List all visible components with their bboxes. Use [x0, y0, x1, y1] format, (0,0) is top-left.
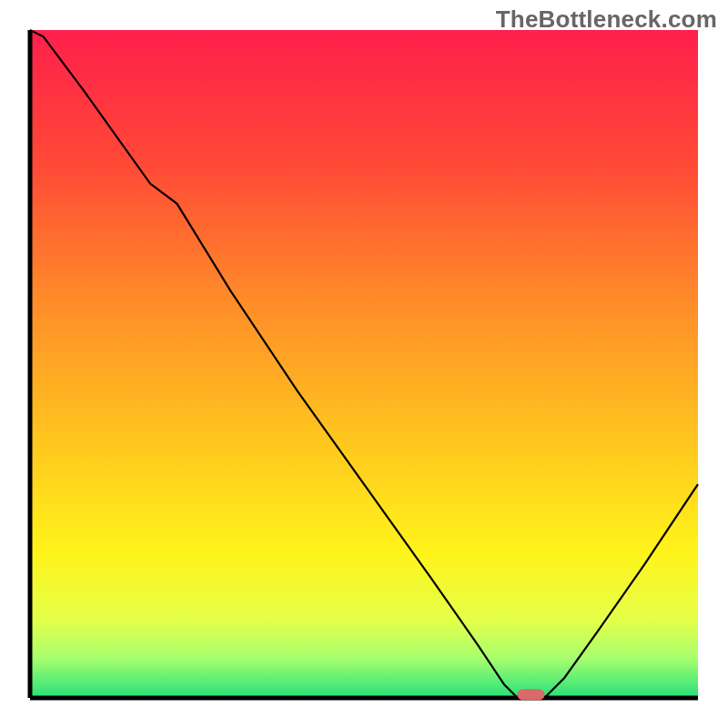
- trough-marker: [518, 689, 545, 700]
- gradient-background: [30, 30, 698, 698]
- bottleneck-chart: [0, 0, 728, 728]
- chart-stage: TheBottleneck.com: [0, 0, 728, 728]
